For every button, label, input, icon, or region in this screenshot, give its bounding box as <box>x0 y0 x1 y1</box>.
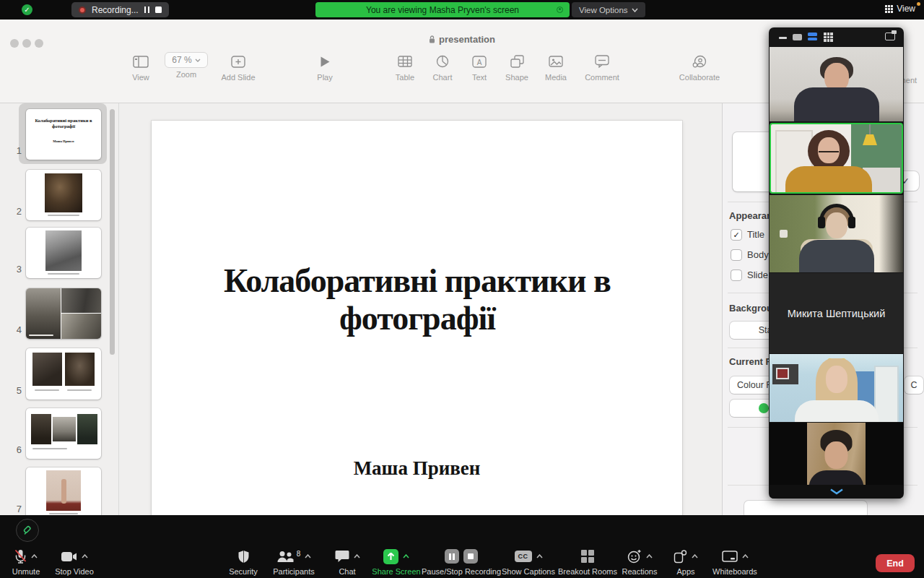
minimize-panel-icon[interactable] <box>779 37 787 39</box>
breakout-rooms-button[interactable]: Breakout Rooms <box>551 548 624 576</box>
speaker-view-icon[interactable] <box>793 34 802 40</box>
chevron-up-icon[interactable] <box>305 554 311 558</box>
slide-thumbnail-6[interactable] <box>26 408 101 459</box>
slide-number: 5 <box>10 385 22 396</box>
slide-subtitle: Маша Привен <box>152 457 682 480</box>
chevron-up-icon[interactable] <box>692 554 698 558</box>
microphone-muted-icon <box>14 549 27 564</box>
chevron-up-icon[interactable] <box>82 554 88 558</box>
recording-indicator: Recording... <box>71 2 169 17</box>
smiley-reactions-icon <box>627 549 642 564</box>
comment-bubble-icon <box>570 52 635 71</box>
participant-silhouette <box>786 354 887 422</box>
cc-icon: CC <box>515 551 532 562</box>
lock-icon <box>429 35 435 43</box>
slide-thumbnail-5[interactable] <box>26 348 101 400</box>
gallery-strip-view-icon[interactable] <box>808 33 817 42</box>
recording-dot-icon <box>79 7 86 14</box>
slide-thumbnail-3[interactable] <box>26 228 101 278</box>
body-checkbox-row[interactable]: Body <box>731 249 769 260</box>
whiteboards-button[interactable]: Whiteboards <box>702 548 768 576</box>
view-label: View <box>897 4 915 14</box>
pause-recording-icon[interactable] <box>144 7 150 13</box>
participants-count-badge: 8 <box>297 550 301 558</box>
view-options-label: View Options <box>579 6 628 14</box>
participant-name: Микита Шептицький <box>788 308 886 319</box>
participant-video-2-active-speaker[interactable] <box>770 123 903 194</box>
chevron-up-icon[interactable] <box>646 554 653 558</box>
checkbox-checked-icon[interactable]: ✓ <box>731 230 741 240</box>
slide-thumbnail-7[interactable] <box>26 467 101 515</box>
slide-thumbnail-4[interactable] <box>26 288 101 339</box>
chevron-down-icon <box>632 8 638 12</box>
security-button[interactable]: Security <box>219 548 268 576</box>
chevron-up-icon[interactable] <box>742 554 749 558</box>
zoom-level-button[interactable]: 67 % <box>165 52 208 68</box>
current-slide[interactable]: Колаборативні практики в фотографії Маша… <box>152 121 682 515</box>
slide-number-checkbox-row[interactable]: Slide <box>731 269 768 280</box>
slide-thumbnail-1[interactable]: Колаборативні практики в фотографії Маша… <box>26 109 101 160</box>
collaborate-person-icon <box>667 52 732 71</box>
chevron-up-icon[interactable] <box>536 554 543 558</box>
annotate-button[interactable] <box>16 519 39 542</box>
grid-view-icon[interactable] <box>824 33 833 42</box>
slide-title: Колаборативні практики в фотографії <box>172 262 663 337</box>
fill-option-fragment[interactable]: C <box>905 376 923 394</box>
sidebar-scrollbar[interactable] <box>110 109 115 355</box>
slide-thumbnail-sidebar: Колаборативні практики в фотографії Маша… <box>0 103 119 515</box>
video-panel-header <box>769 27 904 47</box>
participant-video-3[interactable] <box>770 195 903 272</box>
thumbnail-photo <box>45 230 82 271</box>
pause-stop-recording-button[interactable]: Pause/Stop Recording <box>414 548 508 576</box>
shield-icon <box>237 550 250 564</box>
slide-number: 1 <box>10 145 22 156</box>
reactions-button[interactable]: Reactions <box>615 548 664 576</box>
end-meeting-button[interactable]: End <box>876 554 915 572</box>
participants-button[interactable]: 8 Participants <box>263 548 324 576</box>
checkbox-icon[interactable] <box>731 270 741 280</box>
participant-silhouette <box>786 47 887 121</box>
checkbox-icon[interactable] <box>731 250 741 260</box>
participant-silhouette <box>778 124 879 192</box>
inspector-bottom-button[interactable] <box>744 501 867 515</box>
participant-video-6[interactable] <box>770 423 903 485</box>
pause-recording-icon[interactable] <box>445 549 459 564</box>
participant-silhouette <box>786 195 887 272</box>
keynote-comment-button[interactable]: Comment <box>570 52 635 82</box>
stop-video-button[interactable]: Stop Video <box>48 548 101 576</box>
view-button[interactable]: View <box>885 4 915 14</box>
participant-video-4-camera-off[interactable]: Микита Шептицький <box>770 273 903 353</box>
share-screen-icon <box>383 549 398 564</box>
chevron-up-icon[interactable] <box>354 554 360 558</box>
keynote-add-slide-button[interactable]: Add Slide <box>206 52 271 82</box>
participant-video-5[interactable] <box>770 354 903 422</box>
chevron-up-icon[interactable] <box>31 554 38 558</box>
stop-recording-icon[interactable] <box>155 7 162 13</box>
participant-video-1[interactable] <box>770 47 903 121</box>
participants-icon <box>276 551 294 563</box>
slide-thumbnail-2[interactable] <box>26 170 101 220</box>
slide-canvas: Колаборативні практики в фотографії Маша… <box>120 103 722 515</box>
whiteboard-icon <box>722 551 738 562</box>
notification-dot <box>917 2 920 6</box>
unmute-button[interactable]: Unmute <box>6 548 46 576</box>
chevron-up-icon[interactable] <box>403 554 409 558</box>
slide-number: 4 <box>10 324 22 335</box>
chat-button[interactable]: Chat <box>327 548 367 576</box>
popout-panel-icon[interactable] <box>885 33 895 40</box>
stop-recording-icon[interactable] <box>463 549 478 564</box>
viewing-indicator-icon <box>557 7 563 13</box>
title-checkbox-row[interactable]: ✓ Title <box>731 229 764 240</box>
meeting-top-bar: ✓ Recording... You are viewing Masha Pry… <box>0 0 924 20</box>
apps-button[interactable]: Apps <box>668 548 703 576</box>
add-slide-icon <box>206 52 271 71</box>
zoom-meeting-window: ✓ Recording... You are viewing Masha Pry… <box>0 0 924 578</box>
more-participants-strip[interactable] <box>770 485 903 499</box>
view-options-button[interactable]: View Options <box>572 2 645 17</box>
viewing-banner-text: You are viewing Masha Pryven's screen <box>366 5 519 15</box>
svg-text:A: A <box>477 58 482 66</box>
keynote-play-button[interactable]: Play <box>292 52 357 82</box>
chevron-down-icon <box>195 59 201 62</box>
keynote-collaborate-button[interactable]: Collaborate <box>667 52 732 82</box>
chat-bubble-icon <box>335 550 349 563</box>
